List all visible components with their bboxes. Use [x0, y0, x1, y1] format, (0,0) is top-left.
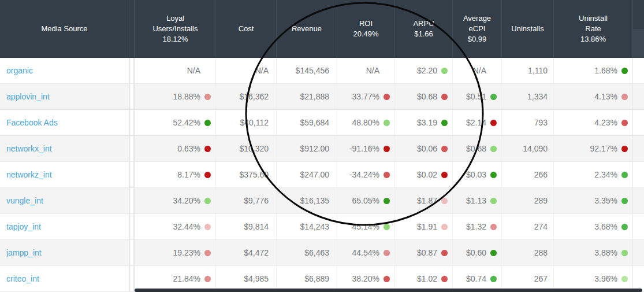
cell-value: N/A [366, 66, 379, 75]
uninstalls-cell: 793 [501, 110, 553, 135]
cell-value: 3.68% [594, 222, 617, 231]
cell-value: 38.20% [352, 274, 379, 283]
cost-cell: $10,320 [215, 136, 276, 161]
status-dot [490, 224, 497, 230]
cell-value: 8.17% [177, 170, 200, 179]
roi-cell: 65.05% [337, 188, 394, 213]
column-header-average-ecpi[interactable]: Average eCPI $0.99 [452, 0, 501, 58]
status-dot [204, 250, 211, 256]
overflow-column-cell [632, 266, 644, 291]
status-dot [490, 120, 497, 126]
media-source-link[interactable]: Facebook Ads [6, 118, 58, 127]
status-dot [441, 68, 448, 74]
column-header-revenue[interactable]: Revenue [276, 0, 337, 58]
overflow-column-cell [632, 58, 644, 83]
column-header-uninstalls[interactable]: Uninstalls [501, 0, 553, 58]
cell-value: $0.74 [466, 274, 486, 283]
cell-value: $4,985 [244, 274, 269, 283]
cell-value: $145,456 [296, 66, 329, 75]
uninstall-rate-cell: 1.68% [553, 58, 632, 83]
column-header-media-source[interactable]: Media Source [0, 0, 129, 58]
loyal-users-cell: N/A [135, 58, 215, 83]
status-dot [441, 250, 448, 256]
arpu-cell: $2.20 [394, 58, 452, 83]
loyal-users-cell: 32.44% [135, 214, 215, 239]
cell-value: 21.84% [173, 274, 200, 283]
column-header-arpu[interactable]: ARPU $1.66 [394, 0, 452, 58]
table-header-row: Media Source Loyal Users/Installs 18.12%… [0, 0, 644, 58]
column-header-uninstall-rate[interactable]: Uninstall Rate 13.86% [553, 0, 632, 58]
frozen-column-separator [129, 110, 135, 135]
revenue-cell: $21,888 [276, 84, 337, 109]
cell-value: 33.77% [352, 92, 379, 101]
cost-cell: $16,362 [215, 84, 276, 109]
roi-cell: 45.14% [337, 214, 394, 239]
cell-value: 92.17% [590, 144, 617, 153]
uninstall-rate-cell: 92.17% [553, 136, 632, 161]
header-line: Loyal [166, 13, 184, 24]
column-header-cost[interactable]: Cost [215, 0, 276, 58]
media-source-link[interactable]: criteo_int [6, 274, 39, 283]
uninstall-rate-cell: 3.88% [553, 240, 632, 265]
status-dot [441, 120, 448, 126]
status-dot [204, 120, 211, 126]
revenue-cell: $145,456 [276, 58, 337, 83]
status-dot [204, 224, 211, 230]
cell-value: 18.88% [173, 92, 200, 101]
cell-value: $21,888 [300, 92, 329, 101]
cell-value: 274 [534, 222, 548, 231]
cell-value: $1.87 [417, 196, 437, 205]
cost-cell: $4,985 [215, 266, 276, 291]
media-source-link[interactable]: tapjoy_int [6, 222, 41, 231]
status-dot [621, 224, 628, 230]
cell-value: 266 [534, 170, 548, 179]
cost-cell: N/A [215, 58, 276, 83]
cell-value: 65.05% [352, 196, 379, 205]
column-header-roi[interactable]: ROI 20.49% [337, 0, 394, 58]
status-dot [384, 172, 390, 178]
cell-value: 3.96% [594, 274, 617, 283]
header-metric-value: 20.49% [353, 29, 378, 39]
cell-value: $0.60 [466, 248, 486, 257]
media-source-link[interactable]: jampp_int [6, 248, 42, 257]
media-source-link[interactable]: organic [6, 66, 33, 75]
status-dot [441, 146, 448, 152]
cell-value: 3.88% [594, 248, 617, 257]
average-ecpi-cell: N/A [452, 58, 501, 83]
header-line: eCPI [469, 24, 486, 34]
header-line: Revenue [292, 24, 322, 34]
media-source-link[interactable]: vungle_int [6, 196, 43, 205]
cell-value: $6,463 [304, 248, 329, 257]
cell-value: $0.06 [417, 144, 437, 153]
cell-value: 48.80% [352, 118, 379, 127]
media-source-link[interactable]: networkz_int [6, 170, 52, 179]
status-dot [621, 146, 628, 152]
average-ecpi-cell: $2.14 [452, 110, 501, 135]
arpu-cell: $1.91 [394, 214, 452, 239]
header-line: Uninstalls [511, 24, 544, 34]
header-line: ROI [359, 19, 373, 29]
revenue-cell: $59,684 [276, 110, 337, 135]
frozen-column-separator [129, 214, 135, 239]
horizontal-scrollbar[interactable] [135, 289, 642, 292]
status-dot [441, 172, 448, 178]
media-source-cell: criteo_int [0, 266, 129, 291]
cell-value: 52.42% [173, 118, 200, 127]
status-dot [490, 198, 497, 204]
frozen-column-separator [129, 58, 135, 83]
uninstalls-cell: 1,110 [501, 58, 553, 83]
header-line: Uninstall [579, 13, 608, 24]
column-header-loyal-users-installs[interactable]: Loyal Users/Installs 18.12% [135, 0, 215, 58]
media-source-link[interactable]: networkx_int [6, 144, 52, 153]
cell-value: $14,243 [300, 222, 329, 231]
uninstall-rate-cell: 3.35% [553, 188, 632, 213]
cell-value: $40,112 [240, 118, 269, 127]
roi-cell: -91.16% [337, 136, 394, 161]
uninstalls-cell: 274 [501, 214, 553, 239]
status-dot [384, 120, 390, 126]
overflow-column-cell [632, 214, 644, 239]
uninstalls-cell: 288 [501, 240, 553, 265]
media-source-link[interactable]: applovin_int [6, 92, 50, 101]
average-ecpi-cell: $0.60 [452, 240, 501, 265]
table-row: applovin_int 18.88% $16,362 $21,888 33.7… [0, 84, 644, 110]
